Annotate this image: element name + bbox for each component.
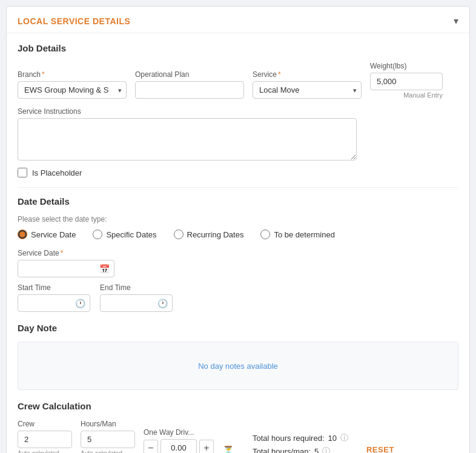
- card-header: LOCAL SERVICE DETAILS ▾: [7, 7, 469, 33]
- service-select-wrapper: Local Move ▾: [253, 81, 362, 99]
- collapse-icon[interactable]: ▾: [454, 15, 458, 27]
- one-way-minus-button[interactable]: −: [144, 440, 158, 454]
- operational-plan-group: Operational Plan: [135, 70, 244, 99]
- service-date-row: Service Date* 📅: [18, 249, 458, 277]
- start-time-group: Start Time 🕐: [18, 283, 90, 312]
- is-placeholder-row: Is Placeholder: [18, 168, 458, 177]
- hours-man-auto-calculated: Auto-calculated: [81, 450, 135, 453]
- radio-to-be-determined[interactable]: To be determined: [260, 230, 334, 239]
- service-instructions-group: Service Instructions: [18, 107, 458, 160]
- time-fields-row: Start Time 🕐 End Time 🕐: [18, 283, 458, 312]
- one-way-group: One Way Driv... − +: [144, 428, 214, 453]
- radio-to-be-determined-input[interactable]: [260, 230, 270, 239]
- hourglass-icon: ⏳: [222, 445, 234, 453]
- end-time-group: End Time 🕐: [100, 283, 173, 312]
- card-title: LOCAL SERVICE DETAILS: [18, 16, 130, 26]
- end-time-input-wrapper: 🕐: [100, 294, 173, 312]
- local-service-details-card: LOCAL SERVICE DETAILS ▾ Job Details Bran…: [6, 6, 470, 453]
- radio-specific-dates-input[interactable]: [93, 230, 102, 239]
- radio-recurring-dates[interactable]: Recurring Dates: [174, 230, 244, 239]
- total-hours-man-label: Total hours/man:: [253, 447, 311, 454]
- total-hours-info-icon[interactable]: ⓘ: [340, 432, 348, 443]
- one-way-controls: − +: [144, 439, 214, 453]
- end-time-input[interactable]: [100, 294, 173, 312]
- total-hours-label: Total hours required:: [253, 434, 325, 443]
- operational-plan-input[interactable]: [135, 81, 244, 99]
- day-note-area: No day notes available: [18, 342, 458, 390]
- one-way-input[interactable]: [160, 439, 197, 453]
- total-hours-value: 10: [328, 434, 337, 443]
- operational-plan-label: Operational Plan: [135, 70, 244, 79]
- day-note-title: Day Note: [18, 323, 458, 333]
- radio-recurring-dates-label: Recurring Dates: [187, 230, 244, 239]
- service-date-group: Service Date* 📅: [18, 249, 114, 277]
- service-group: Service* Local Move ▾: [253, 70, 362, 99]
- radio-specific-dates-label: Specific Dates: [106, 230, 156, 239]
- weight-group: Weight(lbs) Manual Entry: [370, 62, 443, 99]
- crew-row: Crew Auto-calculated Hours/Man Auto-calc…: [18, 420, 458, 453]
- weight-label: Weight(lbs): [370, 62, 443, 70]
- radio-recurring-dates-input[interactable]: [174, 230, 183, 239]
- job-details-title: Job Details: [18, 43, 458, 53]
- total-hours-man-info-icon[interactable]: ⓘ: [322, 446, 330, 453]
- totals-group: Total hours required: 10 ⓘ Total hours/m…: [253, 432, 348, 453]
- reset-button[interactable]: RESET: [362, 443, 399, 453]
- date-type-radio-row: Service Date Specific Dates Recurring Da…: [18, 230, 458, 239]
- service-select[interactable]: Local Move: [253, 81, 362, 99]
- hours-man-group: Hours/Man Auto-calculated: [81, 420, 135, 453]
- is-placeholder-label: Is Placeholder: [32, 168, 82, 177]
- divider: [18, 187, 458, 188]
- radio-to-be-determined-label: To be determined: [274, 230, 334, 239]
- one-way-plus-button[interactable]: +: [199, 440, 214, 454]
- start-time-input[interactable]: [18, 294, 90, 312]
- radio-service-date-input[interactable]: [18, 230, 27, 239]
- service-instructions-textarea[interactable]: [18, 118, 357, 160]
- total-hours-man-row: Total hours/man: 5 ⓘ: [253, 446, 348, 453]
- total-hours-row: Total hours required: 10 ⓘ: [253, 432, 348, 443]
- card-body: Job Details Branch* EWS Group Moving & S…: [7, 33, 469, 453]
- start-time-input-wrapper: 🕐: [18, 294, 90, 312]
- crew-calculation-title: Crew Calculation: [18, 401, 458, 411]
- weight-input[interactable]: [370, 73, 443, 90]
- one-way-label: One Way Driv...: [144, 428, 214, 437]
- total-hours-man-value: 5: [314, 447, 319, 454]
- crew-group: Crew Auto-calculated: [18, 420, 72, 453]
- is-placeholder-checkbox[interactable]: [18, 168, 27, 177]
- crew-label: Crew: [18, 420, 72, 428]
- hours-man-label: Hours/Man: [81, 420, 135, 428]
- branch-select-wrapper: EWS Group Moving & St... ▾: [18, 81, 127, 99]
- hours-man-input[interactable]: [81, 431, 135, 448]
- crew-input[interactable]: [18, 431, 72, 448]
- service-date-input-wrapper: 📅: [18, 260, 114, 277]
- branch-group: Branch* EWS Group Moving & St... ▾: [18, 70, 127, 99]
- date-type-prompt: Please select the date type:: [18, 215, 458, 223]
- start-time-label: Start Time: [18, 283, 90, 292]
- end-time-label: End Time: [100, 283, 173, 292]
- service-label: Service*: [253, 70, 362, 79]
- job-details-row: Branch* EWS Group Moving & St... ▾ Opera…: [18, 62, 458, 99]
- branch-select[interactable]: EWS Group Moving & St...: [18, 81, 127, 99]
- service-date-input[interactable]: [18, 260, 114, 277]
- date-details-title: Date Details: [18, 196, 458, 207]
- branch-label: Branch*: [18, 70, 127, 79]
- crew-auto-calculated: Auto-calculated: [18, 450, 72, 453]
- radio-service-date[interactable]: Service Date: [18, 230, 76, 239]
- service-date-label: Service Date*: [18, 249, 114, 257]
- manual-entry-label: Manual Entry: [370, 91, 443, 99]
- radio-specific-dates[interactable]: Specific Dates: [93, 230, 156, 239]
- service-instructions-label: Service Instructions: [18, 107, 458, 116]
- day-note-empty-message: No day notes available: [198, 362, 278, 371]
- radio-service-date-label: Service Date: [31, 230, 76, 239]
